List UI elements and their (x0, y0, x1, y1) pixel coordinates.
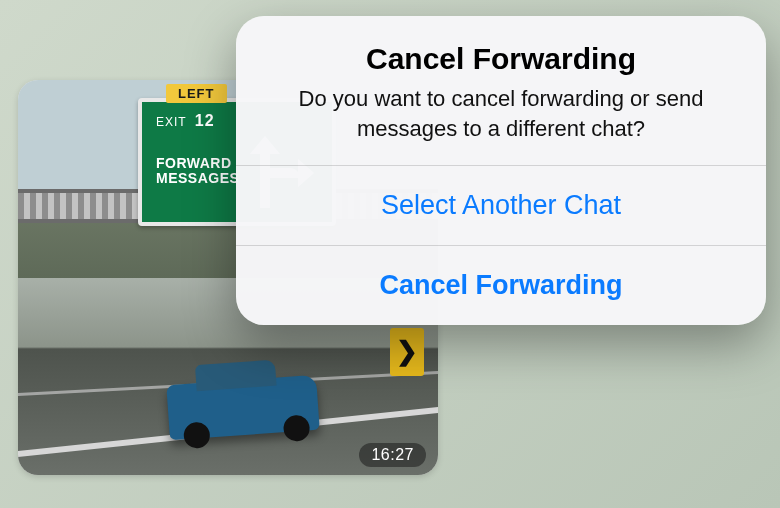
sign-exit-label: EXIT (156, 115, 186, 129)
sign-text-line1: FORWARD (156, 155, 232, 171)
chat-background: LEFT EXIT 12 FORWARD MESSAGES (0, 0, 780, 508)
cancel-forwarding-button[interactable]: Cancel Forwarding (236, 246, 766, 325)
sign-exit: EXIT 12 (156, 112, 215, 130)
sign-text: FORWARD MESSAGES (156, 156, 239, 187)
sign-text-line2: MESSAGES (156, 170, 239, 186)
sign-left-tag: LEFT (166, 84, 227, 103)
alert-dialog: Cancel Forwarding Do you want to cancel … (236, 16, 766, 325)
chevron-sign-icon (390, 328, 424, 376)
car-graphic (166, 375, 319, 440)
alert-header: Cancel Forwarding Do you want to cancel … (236, 16, 766, 165)
alert-title: Cancel Forwarding (266, 42, 736, 76)
message-timestamp: 16:27 (359, 443, 426, 467)
alert-body: Do you want to cancel forwarding or send… (266, 84, 736, 143)
select-another-chat-button[interactable]: Select Another Chat (236, 166, 766, 245)
sign-exit-number: 12 (195, 112, 215, 129)
